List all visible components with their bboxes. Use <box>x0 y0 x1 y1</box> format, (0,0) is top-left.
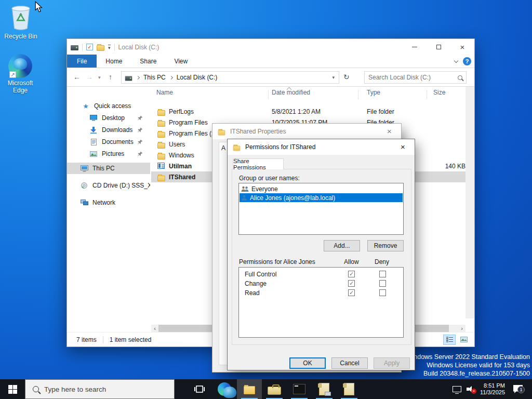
sidebar-item-pictures[interactable]: Pictures <box>67 148 150 159</box>
edge-icon: ↗ <box>8 54 32 78</box>
notification-center-button[interactable]: 1 <box>513 384 527 394</box>
address-dropdown-icon[interactable]: ▾ <box>332 75 335 80</box>
chevron-right-icon[interactable] <box>169 75 173 79</box>
group-user-label: Group or user names: <box>239 175 300 182</box>
back-icon[interactable]: ← <box>73 73 81 81</box>
scroll-left-icon[interactable]: ‹ <box>151 325 158 332</box>
task-view-button[interactable] <box>187 379 212 399</box>
permission-row-read: Read <box>240 288 403 297</box>
up-icon[interactable]: ↑ <box>109 73 112 81</box>
full-control-deny-checkbox[interactable] <box>379 271 386 277</box>
breadcrumb-this-pc[interactable]: This PC <box>143 74 166 81</box>
read-allow-checkbox[interactable]: ✓ <box>348 289 355 296</box>
tab-home[interactable]: Home <box>97 55 131 68</box>
add-button[interactable]: Add... <box>324 240 360 251</box>
column-size[interactable]: Size <box>433 89 445 96</box>
list-item-everyone[interactable]: Everyone <box>240 184 403 193</box>
group-user-listbox[interactable]: Everyone Alice Jones (ajones@lab.local) <box>238 183 404 235</box>
tab-share[interactable]: Share <box>131 55 165 68</box>
customize-toolbar-icon[interactable]: ▾ <box>108 45 111 50</box>
chevron-right-icon[interactable] <box>136 75 140 79</box>
file-row-perflogs[interactable]: PerfLogs 5/8/2021 1:20 AM File folder <box>151 106 466 117</box>
volume-muted-icon[interactable]: × <box>467 385 475 393</box>
sidebar-item-desktop[interactable]: Desktop <box>67 112 150 124</box>
apply-button[interactable]: Apply <box>374 357 410 369</box>
full-control-allow-checkbox[interactable]: ✓ <box>348 271 355 277</box>
change-allow-checkbox[interactable]: ✓ <box>348 280 355 287</box>
minimize-icon <box>412 47 417 47</box>
folder-icon <box>233 145 241 151</box>
taskbar-edge-button[interactable] <box>212 379 237 399</box>
tab-file[interactable]: File <box>67 55 97 68</box>
sidebar-item-this-pc[interactable]: This PC <box>67 163 150 174</box>
forward-icon[interactable]: → <box>86 73 93 81</box>
column-type[interactable]: Type <box>367 89 380 96</box>
maximize-button[interactable] <box>427 39 450 55</box>
scroll-right-icon[interactable]: › <box>458 325 466 332</box>
details-view-button[interactable] <box>443 335 456 345</box>
selected-count: 1 item selected <box>110 336 152 343</box>
close-icon[interactable]: × <box>391 139 415 154</box>
taskbar-clock[interactable]: 8:51 PM 11/3/2025 <box>480 382 505 396</box>
desktop-icon <box>89 114 98 122</box>
breadcrumb-current[interactable]: Local Disk (C:) <box>177 74 218 81</box>
notification-badge: 1 <box>517 386 525 393</box>
tab-view[interactable]: View <box>165 55 196 68</box>
separator <box>82 44 83 51</box>
sidebar-item-network[interactable]: Network <box>67 197 150 208</box>
properties-quick-icon[interactable]: ✓ <box>86 44 93 50</box>
search-input[interactable] <box>368 74 458 81</box>
sidebar-item-documents[interactable]: Documents <box>67 136 150 148</box>
remove-button[interactable]: Remove <box>367 240 404 251</box>
ok-button[interactable]: OK <box>289 357 326 369</box>
start-button[interactable] <box>0 379 25 399</box>
taskbar-search[interactable] <box>25 379 175 399</box>
pin-icon <box>138 115 143 121</box>
close-icon[interactable]: × <box>378 124 401 139</box>
column-name[interactable]: Name <box>156 89 173 96</box>
file-name: Windows <box>169 152 194 159</box>
column-divider[interactable] <box>427 90 427 99</box>
recent-locations-icon[interactable]: ▾ <box>98 75 101 80</box>
properties-title: ITShared Properties <box>230 128 286 135</box>
expand-ribbon-icon[interactable] <box>454 58 458 62</box>
task-view-icon <box>194 385 205 393</box>
sidebar-label: CD Drive (D:) SSS_X64 <box>92 182 150 189</box>
pin-icon <box>138 151 143 156</box>
watermark-line-3: Build 20348.fe_release.210507-1500 <box>406 369 530 378</box>
toolbox-overlay-icon <box>325 392 331 396</box>
search-box[interactable] <box>364 71 467 84</box>
cancel-button[interactable]: Cancel <box>331 357 368 369</box>
close-button[interactable]: × <box>450 39 474 55</box>
sidebar-item-cd-drive[interactable]: CD Drive (D:) SSS_X64 <box>67 180 150 191</box>
taskbar-server-manager-button[interactable] <box>262 379 287 399</box>
taskbar-script-button[interactable] <box>337 379 362 399</box>
change-deny-checkbox[interactable] <box>379 280 386 287</box>
edge-desktop-icon[interactable]: ↗ Microsoft Edge <box>1 54 40 94</box>
taskbar-search-input[interactable] <box>44 385 138 393</box>
column-divider[interactable] <box>358 90 358 99</box>
help-icon[interactable]: ? <box>463 57 471 65</box>
minimize-button[interactable] <box>403 39 427 55</box>
column-divider[interactable] <box>268 90 269 99</box>
sidebar-item-quick-access[interactable]: ★ Quick access <box>67 100 150 112</box>
taskbar-mmc-button[interactable] <box>312 379 337 399</box>
sidebar-item-downloads[interactable]: Downloads <box>67 124 150 136</box>
folder-icon <box>157 154 165 159</box>
list-item-alice-jones-selected[interactable]: Alice Jones (ajones@lab.local) <box>240 193 403 202</box>
taskbar-cmd-button[interactable] <box>287 379 312 399</box>
vertical-scrollbar[interactable] <box>466 87 474 318</box>
thumbnails-view-button[interactable] <box>458 335 470 345</box>
tab-share-permissions[interactable]: Share Permissions <box>233 158 284 169</box>
file-modified: 5/8/2021 1:20 AM <box>272 108 321 115</box>
network-icon <box>80 198 88 207</box>
folder-icon <box>157 176 165 181</box>
column-date-modified[interactable]: Date modified <box>272 89 310 96</box>
new-folder-quick-icon[interactable] <box>97 45 104 51</box>
taskbar-explorer-button[interactable] <box>237 379 262 399</box>
file-name: PerfLogs <box>169 108 194 115</box>
address-bar[interactable]: This PC Local Disk (C:) ▾ <box>121 71 339 84</box>
refresh-icon[interactable]: ↻ <box>343 73 350 81</box>
network-tray-icon[interactable] <box>453 386 461 392</box>
read-deny-checkbox[interactable] <box>379 289 386 296</box>
